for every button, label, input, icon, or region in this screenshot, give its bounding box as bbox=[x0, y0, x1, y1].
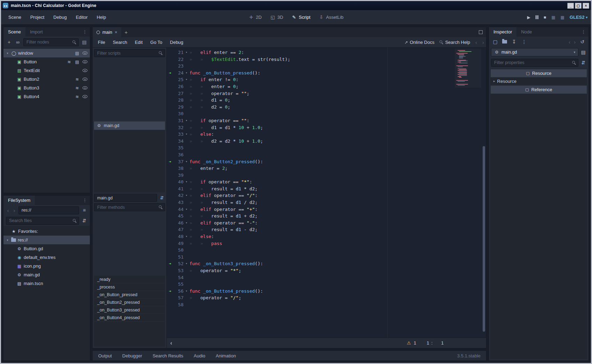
bottom-tab-debugger[interactable]: Debugger bbox=[122, 353, 142, 358]
gdscript-icon[interactable]: ⚙ bbox=[17, 247, 22, 251]
new-tab-button[interactable]: + bbox=[121, 27, 131, 37]
dock-menu-icon[interactable]: ⋮ bbox=[578, 27, 589, 37]
signal-icon[interactable]: ≋ bbox=[75, 86, 80, 90]
new-resource-icon[interactable]: ▢ bbox=[492, 39, 498, 45]
script-menu-go-to[interactable]: Go To bbox=[147, 38, 165, 46]
button-icon[interactable]: ▣ bbox=[17, 95, 22, 99]
line-number[interactable]: 52 bbox=[173, 260, 184, 267]
code-line-44[interactable]: 44▾»elif operator == "+": bbox=[167, 206, 486, 213]
code-line-54[interactable]: 54 bbox=[167, 274, 486, 281]
online-docs-button[interactable]: ↗ Online Docs bbox=[405, 40, 435, 45]
code-line-43[interactable]: 43»»result = d1 / d2; bbox=[167, 199, 486, 206]
code-line-42[interactable]: 42▾»elif operator == "/": bbox=[167, 192, 486, 199]
line-number[interactable]: 25 bbox=[173, 76, 184, 83]
method-on-button3-pressed[interactable]: _on_Button3_pressed bbox=[94, 306, 165, 314]
method-on-button2-pressed[interactable]: _on_Button2_pressed bbox=[94, 299, 165, 306]
line-number[interactable]: 22 bbox=[173, 56, 184, 63]
line-number[interactable]: 39 bbox=[173, 172, 184, 179]
environment-icon[interactable]: ◉ bbox=[17, 255, 22, 260]
code-line-21[interactable]: 21▾»elif enter == 2: bbox=[167, 49, 486, 56]
code-line-35[interactable]: 35 bbox=[167, 144, 486, 151]
star-icon[interactable]: ★ bbox=[11, 229, 16, 234]
scene-node-button4[interactable]: ▣Button4≋ bbox=[3, 92, 90, 101]
code-line-28[interactable]: 28»»d1 = 0; bbox=[167, 97, 486, 104]
button-icon[interactable]: ▣ bbox=[17, 86, 22, 90]
signal-icon[interactable]: ≋ bbox=[67, 60, 72, 64]
edited-object-select[interactable]: ⚙ main.gd ▾ bbox=[491, 48, 578, 56]
code-line-52[interactable]: ⇥52▾func _on_Button3_pressed(): bbox=[167, 260, 486, 267]
code-lines[interactable]: 21▾»elif enter == 2:22»»$TextEdit.text =… bbox=[167, 48, 486, 338]
category-resource[interactable]: ▢Resource bbox=[491, 69, 587, 77]
script-menu-file[interactable]: File bbox=[95, 38, 108, 46]
line-number[interactable]: 46 bbox=[173, 220, 184, 227]
gdscript-icon[interactable]: ⚙ bbox=[96, 124, 102, 128]
view-assetlib[interactable]: ⇩AssetLib bbox=[319, 15, 343, 20]
code-line-50[interactable]: 50 bbox=[167, 247, 486, 254]
scene-node-button2[interactable]: ▣Button2≋ bbox=[3, 75, 90, 84]
fold-caret-icon[interactable]: ▾ bbox=[184, 260, 189, 267]
resource-menu-icon[interactable]: ⋮ bbox=[521, 39, 527, 45]
fold-caret-icon[interactable]: ▾ bbox=[184, 49, 189, 56]
line-number[interactable]: 36 bbox=[173, 151, 184, 158]
tab-node[interactable]: Node bbox=[516, 27, 536, 37]
line-number[interactable]: 54 bbox=[173, 274, 184, 281]
edit-forward-icon[interactable]: › bbox=[574, 39, 576, 45]
code-line-30[interactable]: 30 bbox=[167, 110, 486, 117]
property-tools-icon[interactable]: ⇵ bbox=[580, 60, 586, 65]
video-driver-select[interactable]: GLES2 ▾ bbox=[570, 15, 587, 20]
code-line-48[interactable]: 48▾»else: bbox=[167, 233, 486, 240]
code-line-34[interactable]: 34»»d2 = d2 * 10 + 1.0; bbox=[167, 138, 486, 145]
line-number[interactable]: 32 bbox=[173, 124, 184, 131]
code-line-37[interactable]: ⇥37▾func _on_Button2_pressed(): bbox=[167, 158, 486, 165]
fold-caret-icon[interactable]: ▾ bbox=[184, 233, 189, 240]
history-back-icon[interactable]: ‹ bbox=[6, 207, 10, 213]
fold-caret-icon[interactable]: ▾ bbox=[184, 117, 189, 124]
sort-methods-icon[interactable]: ⇵ bbox=[159, 195, 165, 200]
line-number[interactable]: 29 bbox=[173, 104, 184, 111]
button-icon[interactable]: ▣ bbox=[17, 77, 22, 81]
script-menu-debug[interactable]: Debug bbox=[167, 38, 186, 46]
line-number[interactable]: 56 bbox=[173, 288, 184, 295]
filter-nodes-input[interactable] bbox=[23, 38, 79, 46]
line-number[interactable]: 26 bbox=[173, 83, 184, 90]
method-process[interactable]: _process bbox=[94, 283, 165, 291]
line-number[interactable]: 40 bbox=[173, 179, 184, 185]
method-on-button-pressed[interactable]: _on_Button_pressed bbox=[94, 291, 165, 299]
toggle-scripts-panel-icon[interactable]: ‹ bbox=[170, 340, 172, 346]
view-script[interactable]: ✎Script bbox=[291, 15, 310, 20]
signal-connection-icon[interactable]: ⇥ bbox=[167, 70, 173, 77]
folder-icon[interactable] bbox=[11, 238, 16, 242]
code-line-39[interactable]: 39 bbox=[167, 172, 486, 179]
eye-icon[interactable] bbox=[83, 78, 87, 81]
line-number[interactable]: 53 bbox=[173, 267, 184, 274]
fold-caret-icon[interactable]: ▾ bbox=[184, 288, 189, 295]
fold-caret-icon[interactable]: ▾ bbox=[184, 131, 189, 138]
code-line-24[interactable]: ⇥24▾func _on_Button_pressed(): bbox=[167, 70, 486, 77]
fold-caret-icon[interactable]: ▾ bbox=[184, 220, 189, 227]
dock-menu-icon[interactable]: ⋮ bbox=[80, 196, 90, 205]
line-number[interactable]: 45 bbox=[173, 213, 184, 220]
pause-icon[interactable] bbox=[536, 15, 538, 19]
edit-back-icon[interactable]: ‹ bbox=[569, 39, 570, 45]
caret-icon[interactable]: ▾ bbox=[6, 52, 9, 55]
signal-connection-icon[interactable]: ⇥ bbox=[167, 288, 173, 295]
signal-connection-icon[interactable]: ⇥ bbox=[167, 260, 173, 267]
line-number[interactable]: 42 bbox=[173, 192, 184, 199]
code-line-38[interactable]: 38»enter = 2; bbox=[167, 165, 486, 172]
line-number[interactable]: 55 bbox=[173, 281, 184, 288]
code-line-36[interactable]: 36 bbox=[167, 151, 486, 158]
play-scene-icon[interactable]: ▦ bbox=[551, 15, 555, 20]
save-resource-icon[interactable]: ↧ bbox=[511, 39, 517, 45]
line-number[interactable]: 35 bbox=[173, 144, 184, 151]
code-editor[interactable]: 21▾»elif enter == 2:22»»$TextEdit.text =… bbox=[166, 48, 486, 348]
line-number[interactable]: 48 bbox=[173, 233, 184, 240]
script-item-main-gd[interactable]: ⚙main.gd bbox=[94, 121, 165, 130]
line-number[interactable]: 44 bbox=[173, 206, 184, 213]
code-line-58[interactable]: 58 bbox=[167, 301, 486, 308]
fold-caret-icon[interactable]: ▾ bbox=[184, 70, 189, 77]
filter-scripts-input[interactable] bbox=[94, 49, 165, 57]
code-line-46[interactable]: 46▾»elif operator == "-": bbox=[167, 220, 486, 227]
line-number[interactable]: 30 bbox=[173, 110, 184, 117]
play-custom-scene-icon[interactable]: ▩ bbox=[561, 15, 564, 20]
signal-connection-icon[interactable]: ⇥ bbox=[167, 158, 173, 165]
